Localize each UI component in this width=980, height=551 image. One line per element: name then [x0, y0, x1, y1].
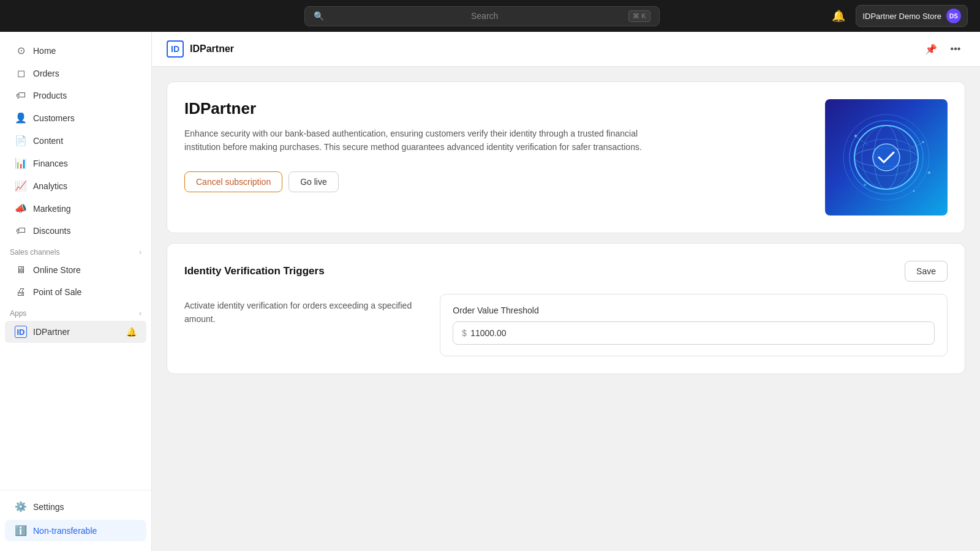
content-icon: 📄: [15, 135, 27, 146]
search-icon: 🔍: [314, 11, 466, 21]
marketing-icon: 📣: [15, 203, 27, 214]
svg-point-8: [854, 135, 857, 137]
sidebar-item-label: Marketing: [33, 204, 70, 214]
sidebar-item-label: IDPartner: [33, 327, 70, 337]
main-content: ID IDPartner 📌 ••• IDPartner Enhance sec…: [152, 32, 980, 551]
app-name: IDPartner: [184, 99, 810, 118]
sidebar-item-home[interactable]: ⊙ Home: [5, 40, 146, 61]
app-page-header: ID IDPartner 📌 •••: [152, 32, 980, 67]
sidebar-item-customers[interactable]: 👤 Customers: [5, 107, 146, 129]
sidebar-item-analytics[interactable]: 📈 Analytics: [5, 175, 146, 197]
sidebar-item-content[interactable]: 📄 Content: [5, 130, 146, 151]
app-card-actions: Cancel subscription Go live: [184, 171, 810, 192]
verification-card-header: Identity Verification Triggers Save: [184, 261, 948, 282]
info-icon: ℹ️: [15, 525, 27, 536]
svg-point-11: [913, 190, 915, 192]
sidebar-item-label: Discounts: [33, 226, 70, 236]
app-card-content: IDPartner Enhance security with our bank…: [184, 99, 810, 216]
app-header-right: 📌 •••: [921, 39, 965, 59]
sidebar-item-point-of-sale[interactable]: 🖨 Point of Sale: [5, 282, 146, 302]
sidebar-item-finances[interactable]: 📊 Finances: [5, 152, 146, 174]
settings-icon: ⚙️: [15, 501, 27, 512]
sidebar-item-settings[interactable]: ⚙️ Settings: [5, 496, 146, 517]
sidebar-item-idpartner[interactable]: ID IDPartner 🔔: [5, 321, 146, 343]
avatar: DS: [946, 9, 961, 23]
sidebar-item-discounts[interactable]: 🏷 Discounts: [5, 220, 146, 241]
sidebar-item-label: Analytics: [33, 181, 67, 191]
globe-graphic: [834, 105, 938, 209]
point-of-sale-icon: 🖨: [15, 287, 27, 298]
pin-button[interactable]: 📌: [921, 39, 941, 59]
customers-icon: 👤: [15, 112, 27, 124]
verification-card-title: Identity Verification Triggers: [184, 265, 325, 277]
currency-sign: $: [462, 328, 467, 338]
threshold-input-wrapper[interactable]: $: [453, 321, 935, 345]
sidebar-item-label: Products: [33, 91, 67, 100]
sidebar-item-orders[interactable]: ◻ Orders: [5, 62, 146, 84]
sidebar: ⊙ Home ◻ Orders 🏷 Products 👤 Customers 📄…: [0, 32, 152, 551]
cancel-subscription-button[interactable]: Cancel subscription: [184, 171, 282, 192]
sidebar-item-label: Customers: [33, 113, 75, 123]
sidebar-item-label: Home: [33, 46, 56, 56]
topbar-right: 🔔 IDPartner Demo Store DS: [829, 5, 968, 27]
sidebar-item-non-transferable[interactable]: ℹ️ Non-transferable: [5, 520, 146, 541]
search-bar[interactable]: 🔍 Search ⌘ K: [304, 6, 660, 26]
threshold-box: Order Value Threshold $: [440, 294, 948, 356]
sidebar-item-label: Point of Sale: [33, 287, 81, 297]
online-store-icon: 🖥: [15, 264, 27, 276]
go-live-button[interactable]: Go live: [288, 171, 339, 192]
sidebar-item-label: Settings: [33, 502, 64, 512]
topbar: 🔍 Search ⌘ K 🔔 IDPartner Demo Store DS: [0, 0, 980, 32]
sidebar-item-label: Non-transferable: [33, 526, 97, 536]
verification-triggers-card: Identity Verification Triggers Save Acti…: [167, 243, 965, 374]
sidebar-item-label: Orders: [33, 69, 59, 78]
layout: ⊙ Home ◻ Orders 🏷 Products 👤 Customers 📄…: [0, 32, 980, 551]
home-icon: ⊙: [15, 45, 27, 56]
app-description: Enhance security with our bank-based aut…: [184, 127, 644, 154]
app-header-left: ID IDPartner: [167, 40, 234, 58]
store-name: IDPartner Demo Store: [862, 12, 941, 21]
notifications-button[interactable]: 🔔: [829, 6, 848, 26]
apps-section: Apps ›: [0, 303, 151, 320]
sidebar-item-marketing[interactable]: 📣 Marketing: [5, 198, 146, 219]
search-placeholder-text: Search: [471, 11, 624, 21]
threshold-value-input[interactable]: [470, 328, 925, 338]
search-shortcut: ⌘ K: [628, 10, 650, 22]
discounts-icon: 🏷: [15, 225, 27, 236]
idpartner-app-icon: ID: [15, 326, 27, 338]
sales-channels-section: Sales channels ›: [0, 242, 151, 259]
verification-body: Activate identity verification for order…: [184, 294, 948, 356]
sidebar-item-label: Content: [33, 136, 63, 146]
threshold-label: Order Value Threshold: [453, 305, 935, 315]
analytics-icon: 📈: [15, 180, 27, 192]
bell-small-icon: 🔔: [126, 327, 137, 337]
app-info-card: IDPartner Enhance security with our bank…: [167, 81, 965, 233]
chevron-right-icon: ›: [139, 309, 141, 318]
sidebar-item-label: Online Store: [33, 265, 81, 275]
verification-description: Activate identity verification for order…: [184, 294, 425, 326]
svg-point-7: [873, 144, 900, 171]
chevron-right-icon: ›: [139, 248, 141, 257]
svg-point-12: [928, 171, 930, 174]
sidebar-item-online-store[interactable]: 🖥 Online Store: [5, 260, 146, 280]
svg-point-9: [922, 141, 924, 143]
sidebar-item-products[interactable]: 🏷 Products: [5, 85, 146, 106]
finances-icon: 📊: [15, 157, 27, 169]
content-area: IDPartner Enhance security with our bank…: [152, 67, 980, 389]
save-button[interactable]: Save: [905, 261, 948, 282]
orders-icon: ◻: [15, 67, 27, 79]
sidebar-item-label: Finances: [33, 159, 68, 168]
products-icon: 🏷: [15, 90, 27, 101]
app-card-image: [825, 99, 948, 216]
app-title: IDPartner: [190, 43, 234, 54]
svg-point-10: [864, 184, 866, 186]
more-options-button[interactable]: •••: [946, 39, 965, 59]
sidebar-bottom: ⚙️ Settings ℹ️ Non-transferable: [0, 490, 151, 544]
store-selector[interactable]: IDPartner Demo Store DS: [856, 5, 968, 27]
app-logo: ID: [167, 40, 184, 58]
